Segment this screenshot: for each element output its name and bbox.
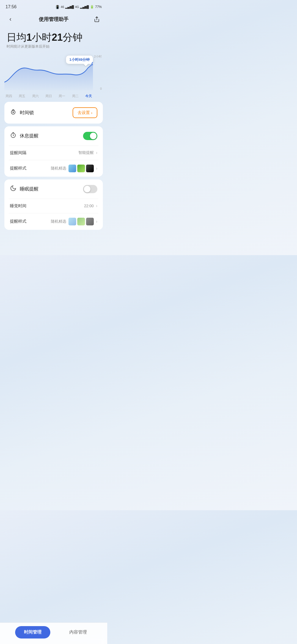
sleep-main-row: 睡眠提醒	[4, 179, 103, 199]
signal-4g-2-icon: 4G	[75, 5, 79, 9]
bottom-spacer	[0, 233, 107, 255]
style-thumbnails	[68, 165, 94, 172]
rest-icon	[10, 132, 16, 140]
thumbnail-dark-1	[86, 165, 94, 172]
status-time: 17:56	[6, 4, 16, 9]
sleep-label: 睡眠提醒	[20, 186, 38, 192]
avg-subtitle: 时间统计从更新版本后开始	[7, 44, 101, 49]
rest-left: 休息提醒	[10, 132, 38, 140]
x-label-today: 今天	[85, 94, 92, 99]
interval-chevron: ›	[96, 150, 97, 155]
time-lock-label: 时间锁	[20, 110, 34, 116]
interval-label: 提醒间隔	[10, 150, 26, 155]
y-label-2h: 2小时	[94, 54, 102, 59]
sleep-icon	[10, 185, 16, 193]
battery-icon: 🔋	[90, 5, 94, 9]
thumbnail-sky-1	[68, 165, 76, 172]
chart-svg	[4, 54, 93, 90]
rest-main-row: 休息提醒	[4, 126, 103, 146]
back-button[interactable]: ‹	[6, 14, 15, 24]
thumbnail-grass-2	[77, 218, 85, 225]
sleep-style-chevron: ›	[96, 219, 97, 224]
time-lock-card: 时间锁 去设置 ›	[4, 102, 103, 124]
rest-toggle[interactable]	[83, 132, 97, 140]
y-label-0: 0	[100, 87, 102, 90]
setup-btn-chevron: ›	[91, 110, 92, 115]
rest-label: 休息提醒	[20, 133, 38, 139]
stats-section: 日均1小时21分钟 时间统计从更新版本后开始	[0, 28, 107, 51]
avg-time-display: 日均1小时21分钟	[7, 32, 101, 43]
style-value-text: 随机精选	[51, 166, 66, 171]
signal-4g-icon: 46	[61, 5, 64, 9]
sleep-time-label: 睡觉时间	[10, 203, 26, 209]
time-lock-left: 时间锁	[10, 108, 34, 117]
share-button[interactable]	[92, 14, 102, 24]
sleep-style-value-group: 随机精选 ›	[51, 218, 97, 225]
share-icon	[94, 16, 100, 22]
lock-clock-icon	[10, 108, 16, 115]
page-title: 使用管理助手	[39, 16, 68, 23]
style-chevron: ›	[96, 166, 97, 171]
x-label-thu: 周四	[6, 94, 12, 99]
x-label-mon: 周一	[59, 94, 65, 99]
chart-y-labels: 2小时 0	[94, 54, 103, 90]
sleep-style-value: 随机精选	[51, 219, 66, 224]
cards-section: 时间锁 去设置 › 休息提醒	[0, 99, 107, 233]
sleep-toggle-knob	[84, 186, 90, 192]
sleep-time-value: 22:00	[84, 204, 94, 208]
signal-bars-icon: ▂▄▆█	[65, 5, 74, 9]
thumbnail-grass-1	[77, 165, 85, 172]
avg-hours-unit: 小时	[32, 32, 52, 43]
interval-row[interactable]: 提醒间隔 智能提醒 ›	[4, 146, 103, 160]
avg-mins-unit: 分钟	[63, 32, 82, 43]
sleep-style-thumbnails	[68, 218, 94, 225]
interval-value-text: 智能提醒	[78, 150, 94, 155]
avg-mins-num: 21	[52, 32, 63, 43]
vibrate-icon: 📳	[55, 5, 60, 9]
style-label: 提醒样式	[10, 166, 26, 171]
sleep-time-chevron: ›	[96, 203, 97, 208]
style-row[interactable]: 提醒样式 随机精选 ›	[4, 160, 103, 177]
thumbnail-dark-2	[86, 218, 94, 225]
rest-toggle-knob	[90, 133, 97, 139]
signal-bars-2-icon: ▂▄▆█	[80, 5, 89, 9]
x-label-sat: 周六	[32, 94, 39, 99]
x-label-sun: 周日	[45, 94, 52, 99]
x-label-tue: 周二	[72, 94, 79, 99]
setup-btn-label: 去设置	[78, 110, 90, 115]
rest-reminder-card: 休息提醒 提醒间隔 智能提醒 › 提醒样式 随机精选	[4, 126, 103, 177]
setup-button[interactable]: 去设置 ›	[73, 107, 97, 118]
avg-hours-num: 1	[26, 32, 32, 43]
x-label-fri: 周五	[19, 94, 25, 99]
sleep-time-row[interactable]: 睡觉时间 22:00 ›	[4, 199, 103, 213]
timer-icon	[10, 132, 16, 138]
thumbnail-sky-2	[68, 218, 76, 225]
interval-value-group: 智能提醒 ›	[78, 150, 97, 155]
sleep-reminder-card: 睡眠提醒 睡觉时间 22:00 › 提醒样式 随机精选	[4, 179, 103, 230]
status-bar: 17:56 📳 46 ▂▄▆█ 4G ▂▄▆█ 🔋 77%	[0, 0, 107, 12]
status-icons: 📳 46 ▂▄▆█ 4G ▂▄▆█ 🔋 77%	[55, 5, 102, 9]
sleep-toggle[interactable]	[83, 185, 97, 193]
back-icon: ‹	[9, 16, 11, 23]
style-value-group: 随机精选 ›	[51, 165, 97, 172]
sleep-style-label: 提醒样式	[10, 219, 26, 224]
avg-prefix: 日均	[7, 32, 26, 43]
chart-svg-wrapper	[4, 54, 93, 90]
chart-area	[4, 64, 93, 90]
sleep-time-value-group: 22:00 ›	[84, 203, 97, 208]
time-lock-row: 时间锁 去设置 ›	[4, 102, 103, 124]
battery-percent: 77%	[95, 5, 102, 9]
chart-container: 2小时 0 1小时49分钟 周四 周五 周六 周日	[4, 54, 103, 99]
time-lock-icon	[10, 108, 16, 117]
moon-icon	[10, 185, 16, 192]
sleep-left: 睡眠提醒	[10, 185, 38, 193]
sleep-style-row[interactable]: 提醒样式 随机精选 ›	[4, 213, 103, 230]
chart-x-labels: 周四 周五 周六 周日 周一 周二 今天	[4, 94, 93, 99]
header: ‹ 使用管理助手	[0, 12, 107, 28]
